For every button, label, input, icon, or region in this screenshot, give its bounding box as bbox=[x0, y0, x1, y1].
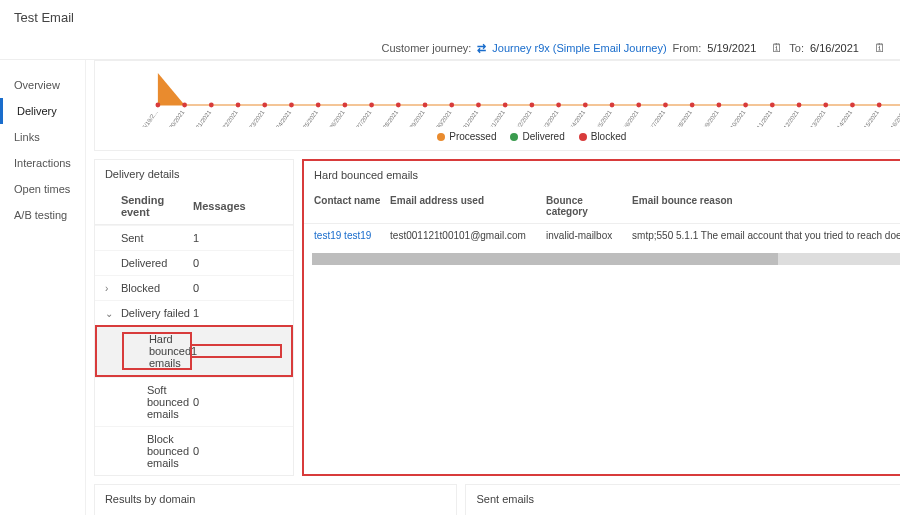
email-used: test001121t00101@gmail.com bbox=[390, 230, 540, 241]
delivery-details-panel: Delivery details Sending event Messages … bbox=[94, 159, 294, 476]
row-delivery-failed[interactable]: ⌄ Delivery failed 1 bbox=[95, 300, 293, 325]
sent-emails-title: Sent emails bbox=[466, 485, 900, 513]
main-content: 5/19/2...5/20/20215/21/20215/22/20215/23… bbox=[86, 60, 900, 515]
from-label: From: bbox=[673, 42, 702, 54]
svg-point-34 bbox=[583, 103, 588, 108]
row-blocked[interactable]: › Blocked 0 bbox=[95, 275, 293, 300]
svg-point-16 bbox=[342, 103, 347, 108]
col-email-used: Email address used bbox=[390, 195, 540, 217]
row-hard-bounced[interactable]: Hard bounced emails 1 bbox=[95, 325, 293, 377]
contact-link[interactable]: test19 test19 bbox=[314, 230, 384, 241]
sidebar-item-ab-testing[interactable]: A/B testing bbox=[0, 202, 85, 228]
svg-text:6/10/2021: 6/10/2021 bbox=[726, 109, 747, 127]
svg-text:5/22/2021: 5/22/2021 bbox=[218, 109, 239, 127]
svg-point-36 bbox=[610, 103, 615, 108]
svg-point-4 bbox=[182, 103, 187, 108]
col-bounce-reason: Email bounce reason bbox=[632, 195, 900, 217]
svg-text:6/9/2021: 6/9/2021 bbox=[701, 109, 720, 127]
legend-processed: Processed bbox=[437, 131, 496, 142]
chevron-down-icon[interactable]: ⌄ bbox=[105, 308, 121, 319]
svg-text:5/25/2021: 5/25/2021 bbox=[299, 109, 320, 127]
hard-bounced-panel: Hard bounced emails ⤓ Contact name Email… bbox=[302, 159, 900, 476]
svg-text:5/27/2021: 5/27/2021 bbox=[352, 109, 373, 127]
row-block-bounced[interactable]: Block bounced emails 0 bbox=[95, 426, 293, 475]
delivery-details-title: Delivery details bbox=[95, 160, 293, 188]
svg-point-22 bbox=[423, 103, 428, 108]
legend-blocked: Blocked bbox=[579, 131, 627, 142]
svg-point-48 bbox=[770, 103, 775, 108]
row-delivered[interactable]: Delivered 0 bbox=[95, 250, 293, 275]
hard-bounced-title: Hard bounced emails bbox=[304, 161, 900, 189]
chevron-right-icon[interactable]: › bbox=[105, 283, 121, 294]
svg-point-24 bbox=[449, 103, 454, 108]
svg-point-50 bbox=[797, 103, 802, 108]
journey-icon: ⇄ bbox=[477, 42, 486, 55]
sidebar: Overview Delivery Links Interactions Ope… bbox=[0, 60, 86, 515]
svg-text:6/16/2021: 6/16/2021 bbox=[886, 109, 900, 127]
col-bounce-category: Bounce category bbox=[546, 195, 626, 217]
col-contact-name: Contact name bbox=[314, 195, 384, 217]
svg-text:5/28/2021: 5/28/2021 bbox=[379, 109, 400, 127]
svg-text:5/23/2021: 5/23/2021 bbox=[245, 109, 266, 127]
svg-text:6/15/2021: 6/15/2021 bbox=[860, 109, 881, 127]
scrollbar-thumb[interactable] bbox=[312, 253, 778, 265]
row-soft-bounced[interactable]: Soft bounced emails 0 bbox=[95, 377, 293, 426]
svg-text:5/19/2...: 5/19/2... bbox=[141, 109, 159, 127]
svg-text:5/20/2021: 5/20/2021 bbox=[165, 109, 186, 127]
svg-text:6/14/2021: 6/14/2021 bbox=[833, 109, 854, 127]
svg-text:5/31/2021: 5/31/2021 bbox=[459, 109, 480, 127]
svg-point-14 bbox=[316, 103, 321, 108]
results-by-domain-panel: Results by domain Sending event Messages… bbox=[94, 484, 458, 515]
svg-text:5/24/2021: 5/24/2021 bbox=[272, 109, 293, 127]
sidebar-item-overview[interactable]: Overview bbox=[0, 72, 85, 98]
svg-point-18 bbox=[369, 103, 374, 108]
svg-marker-1 bbox=[158, 73, 185, 105]
sidebar-item-delivery[interactable]: Delivery bbox=[0, 98, 85, 124]
calendar-icon-to[interactable]: 🗓 bbox=[874, 41, 886, 55]
svg-point-2 bbox=[155, 103, 160, 108]
svg-text:5/26/2021: 5/26/2021 bbox=[325, 109, 346, 127]
svg-point-52 bbox=[823, 103, 828, 108]
row-sent[interactable]: Sent 1 bbox=[95, 225, 293, 250]
chart-card: 5/19/2...5/20/20215/21/20215/22/20215/23… bbox=[94, 60, 900, 151]
svg-text:6/7/2021: 6/7/2021 bbox=[648, 109, 667, 127]
svg-point-42 bbox=[690, 103, 695, 108]
svg-point-26 bbox=[476, 103, 481, 108]
calendar-icon-from[interactable]: 🗓 bbox=[771, 41, 783, 55]
svg-point-46 bbox=[743, 103, 748, 108]
col-messages: Messages bbox=[193, 200, 283, 212]
svg-text:6/13/2021: 6/13/2021 bbox=[806, 109, 827, 127]
svg-text:5/21/2021: 5/21/2021 bbox=[192, 109, 213, 127]
top-bar: Customer journey: ⇄ Journey r9x (Simple … bbox=[0, 35, 900, 60]
svg-point-28 bbox=[503, 103, 508, 108]
svg-text:6/11/2021: 6/11/2021 bbox=[753, 109, 774, 127]
to-date[interactable]: 6/16/2021 bbox=[810, 42, 868, 54]
svg-text:6/12/2021: 6/12/2021 bbox=[779, 109, 800, 127]
svg-text:6/1/2021: 6/1/2021 bbox=[488, 109, 507, 127]
sidebar-item-open-times[interactable]: Open times bbox=[0, 176, 85, 202]
sidebar-item-interactions[interactable]: Interactions bbox=[0, 150, 85, 176]
delivery-chart: 5/19/2...5/20/20215/21/20215/22/20215/23… bbox=[105, 69, 900, 127]
svg-point-54 bbox=[850, 103, 855, 108]
svg-point-40 bbox=[663, 103, 668, 108]
svg-point-6 bbox=[209, 103, 214, 108]
hard-bounced-row[interactable]: test19 test19 test001121t00101@gmail.com… bbox=[304, 224, 900, 247]
svg-point-38 bbox=[636, 103, 641, 108]
legend-delivered: Delivered bbox=[510, 131, 564, 142]
horizontal-scrollbar[interactable] bbox=[312, 253, 900, 265]
to-label: To: bbox=[789, 42, 804, 54]
journey-link[interactable]: Journey r9x (Simple Email Journey) bbox=[492, 42, 666, 54]
bounce-category: invalid-mailbox bbox=[546, 230, 626, 241]
from-date[interactable]: 5/19/2021 bbox=[707, 42, 765, 54]
svg-point-56 bbox=[877, 103, 882, 108]
customer-journey-label: Customer journey: bbox=[381, 42, 471, 54]
svg-text:6/8/2021: 6/8/2021 bbox=[675, 109, 694, 127]
svg-point-44 bbox=[716, 103, 721, 108]
svg-point-12 bbox=[289, 103, 294, 108]
sidebar-item-links[interactable]: Links bbox=[0, 124, 85, 150]
delivery-details-head: Sending event Messages bbox=[95, 188, 293, 225]
svg-text:6/2/2021: 6/2/2021 bbox=[514, 109, 533, 127]
hard-bounced-head: Contact name Email address used Bounce c… bbox=[304, 189, 900, 224]
col-sending-event: Sending event bbox=[121, 194, 193, 218]
svg-text:6/6/2021: 6/6/2021 bbox=[621, 109, 640, 127]
